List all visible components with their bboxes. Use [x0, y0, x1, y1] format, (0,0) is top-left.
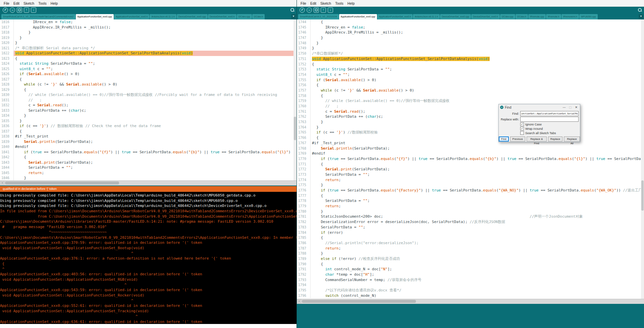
- tab-ApplicationFunctionSet_xxx0.cpp[interactable]: ApplicationFunctionSet_xxx0.cpp: [76, 14, 114, 19]
- code-line[interactable]: 1750/*串口数据解析*/: [297, 51, 644, 56]
- code-line[interactable]: 1759 // while (Serial.available() == 0)/…: [297, 98, 644, 104]
- code-line[interactable]: 1753 static String SerialPortData = "";: [297, 67, 644, 72]
- tab-SmartRobotCarV4.0_V0_20210104[interactable]: SmartRobotCarV4.0_V0_20210104: [298, 14, 339, 19]
- tab-IRremote.cpp[interactable]: IRremote.cpp: [528, 14, 546, 19]
- tab-DeviceDriverSet_xxx0.cpp[interactable]: DeviceDriverSet_xxx0.cpp: [440, 14, 471, 19]
- code-line[interactable]: 1758 {: [297, 93, 644, 99]
- tab-DeviceDriverSet_xxx0.h[interactable]: DeviceDriverSet_xxx0.h: [208, 14, 236, 19]
- code-line[interactable]: 1818 }: [0, 30, 297, 35]
- code-line[interactable]: 1846 }: [0, 175, 297, 180]
- tab-SmartRobotCarV4.0_V0_20210104withTab1and2CommentsErrors2[interactable]: SmartRobotCarV4.0_V0_20210104withTab1and…: [1, 14, 75, 19]
- build-console[interactable]: Using previously compiled file: C:\Users…: [0, 192, 297, 324]
- code-line[interactable]: 1786 //Serial.println("error:deserialize…: [297, 240, 644, 246]
- menu-item-tools[interactable]: Tools: [37, 1, 48, 6]
- code-line[interactable]: 1824 static String SerialPortData = "";: [0, 61, 297, 66]
- replace-all-button[interactable]: Replace All: [564, 136, 580, 142]
- tab-ApplicationFunctionSet_xxx0.h[interactable]: ApplicationFunctionSet_xxx0.h: [377, 14, 413, 19]
- code-line[interactable]: 1762 SerialPortData += (char)c;: [297, 114, 644, 119]
- code-line[interactable]: 1780 }: [297, 209, 644, 214]
- code-line[interactable]: 1783 SerialPortData = "";: [297, 225, 644, 230]
- code-editor[interactable]: 1816 IRrecv_en = false;1817 AppIRrecv.IR…: [0, 19, 297, 180]
- minimize-icon[interactable]: —: [562, 106, 567, 109]
- tab-list-dropdown-icon[interactable]: ▼: [291, 14, 296, 19]
- code-line[interactable]: 1794: [297, 282, 644, 288]
- scroll-left-arrow-icon[interactable]: ‹: [0, 181, 5, 185]
- code-line[interactable]: 1778 SerialPortData = "";: [297, 198, 644, 204]
- menu-item-tools[interactable]: Tools: [333, 1, 345, 6]
- menu-item-edit[interactable]: Edit: [309, 1, 318, 6]
- code-line[interactable]: 1752{: [297, 62, 644, 67]
- horizontal-scrollbar[interactable]: ‹: [297, 299, 644, 304]
- code-line[interactable]: 1816 IRrecv_en = false;: [0, 19, 297, 25]
- find-button[interactable]: Find: [499, 136, 509, 142]
- replace-button[interactable]: Replace: [548, 136, 562, 142]
- code-line[interactable]: 1764 }: [297, 125, 644, 130]
- code-editor[interactable]: 1744 {1745 IRrecv_en = false;1746 AppIRr…: [297, 19, 644, 299]
- code-line[interactable]: 1789 else if (!error) //检查反序列化是否成功: [297, 256, 644, 262]
- open-button[interactable]: ↑: [24, 7, 29, 13]
- code-line[interactable]: 1747 }: [297, 35, 644, 41]
- replace-input[interactable]: [520, 117, 579, 122]
- tab-I2Cdev.cpp[interactable]: I2Cdev.cpp: [237, 14, 252, 19]
- replace-find-button[interactable]: Replace & Find: [527, 136, 547, 142]
- code-line[interactable]: 1835 }: [0, 118, 297, 124]
- code-line[interactable]: 1749}: [297, 46, 644, 51]
- code-line[interactable]: 1766 {: [297, 135, 644, 141]
- menu-item-help[interactable]: Help: [346, 1, 357, 6]
- code-line[interactable]: 1823{: [0, 56, 297, 61]
- code-line[interactable]: 1830 // while (Serial.available() == 0)/…: [0, 92, 297, 98]
- code-line[interactable]: 1782 DeserializationError error = deseri…: [297, 219, 644, 225]
- code-line[interactable]: 1826 if (Serial.available() > 0): [0, 71, 297, 77]
- code-line[interactable]: 1765 if (c == '}') //数据帧尾部校验: [297, 130, 644, 135]
- code-line[interactable]: 1745 IRrecv_en = false;: [297, 25, 644, 30]
- code-line[interactable]: 1793 CommandSerialNumber = temp; //获取新命令…: [297, 277, 644, 283]
- code-line[interactable]: 1767#if _Test_print: [297, 141, 644, 146]
- code-line[interactable]: 1748 }: [297, 41, 644, 46]
- code-line[interactable]: 1838#if _Test_print: [0, 134, 297, 139]
- find-dialog-titlebar[interactable]: ∞ Find — ▢ ✕: [499, 104, 580, 110]
- code-line[interactable]: 1774 return;: [297, 177, 644, 183]
- code-line[interactable]: 1773 SerialPortData = "";: [297, 172, 644, 177]
- tab-MPU6050.cpp[interactable]: MPU6050.cpp: [579, 14, 597, 19]
- code-line[interactable]: 1785 {: [297, 235, 644, 240]
- code-line[interactable]: 1821/* 串口数据解析 Serial data parsing */: [0, 46, 297, 51]
- checkbox-wrap-around[interactable]: ✓Wrap Around: [520, 127, 579, 130]
- checkbox-search-all-sketch-tabs[interactable]: Search all Sketch Tabs: [520, 131, 579, 135]
- code-line[interactable]: 1746 AppIRrecv.IR_PreMillis = _millis();: [297, 30, 644, 35]
- code-line[interactable]: 1791 int control_mode_N = doc["N"];: [297, 267, 644, 272]
- scroll-left-arrow-icon[interactable]: ‹: [297, 299, 302, 304]
- checkbox-box-icon[interactable]: ✓: [520, 127, 524, 130]
- code-line[interactable]: 1839 Serial.println(SerialPortData);: [0, 139, 297, 145]
- code-line[interactable]: 1831 // ;: [0, 98, 297, 103]
- upload-button[interactable]: →: [307, 7, 312, 13]
- tab-I2Cdev.h[interactable]: I2Cdev.h: [516, 14, 528, 19]
- code-line[interactable]: 1788 }: [297, 251, 644, 256]
- serial-monitor-icon[interactable]: [290, 8, 294, 12]
- maximize-icon[interactable]: ▢: [568, 106, 573, 109]
- menu-item-help[interactable]: Help: [49, 1, 60, 6]
- tab-DeviceDriverSet_xxx0.h[interactable]: DeviceDriverSet_xxx0.h: [471, 14, 500, 19]
- code-line[interactable]: 1827 {: [0, 77, 297, 82]
- code-line[interactable]: 1833 SerialPortData += (char)c;: [0, 108, 297, 113]
- save-button[interactable]: ↓: [328, 7, 333, 13]
- tab-I2Cdev.cpp[interactable]: I2Cdev.cpp: [500, 14, 515, 19]
- code-line[interactable]: 1757 while (c != '}' && Serial.available…: [297, 88, 644, 93]
- menu-item-file[interactable]: File: [2, 1, 11, 6]
- code-line[interactable]: 1796 switch (control_mode_N): [297, 293, 644, 298]
- code-line[interactable]: 1761 c = Serial.read();: [297, 109, 644, 114]
- verify-button[interactable]: ✓: [300, 7, 305, 13]
- previous-button[interactable]: Previous: [510, 136, 525, 142]
- code-line[interactable]: 1751void ApplicationFunctionSet::Applica…: [297, 56, 644, 62]
- checkbox-box-icon[interactable]: ✓: [520, 122, 524, 126]
- code-line[interactable]: 1756 {: [297, 83, 644, 88]
- code-line[interactable]: 1842 {: [0, 155, 297, 160]
- code-line[interactable]: 1776 if (true == SerialPortData.equals("…: [297, 188, 644, 193]
- tab-ApplicationFunctionSet_xxx0.cpp[interactable]: ApplicationFunctionSet_xxx0.cpp: [339, 14, 377, 19]
- tab-ApplicationFunctionSet_xxx0.h[interactable]: ApplicationFunctionSet_xxx0.h: [114, 14, 150, 19]
- code-line[interactable]: 1779 return;: [297, 204, 644, 209]
- menu-item-file[interactable]: File: [299, 1, 308, 6]
- code-line[interactable]: 1841 if (true == SerialPortData.equals("…: [0, 150, 297, 155]
- vertical-scrollbar[interactable]: [293, 19, 297, 180]
- open-button[interactable]: ↑: [321, 7, 326, 13]
- horizontal-scrollbar[interactable]: ‹: [0, 180, 297, 185]
